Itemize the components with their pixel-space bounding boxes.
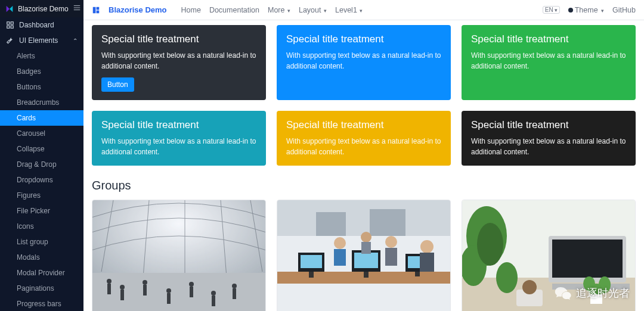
sidebar-item-label: Collapse (17, 145, 45, 153)
content-area[interactable]: Background Variants Special title treatm… (83, 20, 644, 311)
sidebar-item-icons[interactable]: Icons (0, 219, 83, 234)
sidebar-item-alerts[interactable]: Alerts (0, 48, 83, 64)
sidebar-item-cards[interactable]: Cards (0, 110, 83, 126)
language-code: EN (545, 7, 553, 13)
svg-rect-29 (233, 288, 236, 299)
sidebar-item-buttons[interactable]: Buttons (0, 79, 83, 95)
language-selector[interactable]: EN▾ (543, 6, 560, 14)
dashboard-icon (6, 21, 14, 29)
theme-selector[interactable]: Theme ▾ (568, 6, 604, 14)
svg-rect-17 (107, 284, 111, 294)
topbar-logo-icon (92, 6, 100, 14)
svg-rect-3 (7, 22, 10, 24)
sidebar-toggle-icon[interactable] (72, 4, 82, 14)
sidebar-item-label: Drag & Drop (17, 160, 57, 169)
svg-point-49 (420, 240, 434, 253)
sidebar-item-carousel[interactable]: Carousel (0, 126, 83, 141)
card-title: Special title treatment (286, 33, 441, 45)
topbar-link-documentation[interactable]: Documentation (209, 6, 259, 14)
svg-point-18 (107, 279, 112, 284)
chevron-up-icon: ⌃ (73, 38, 78, 44)
variant-card-primary: Special title treatmentWith supporting t… (277, 25, 451, 100)
sidebar-item-label: Icons (17, 222, 34, 231)
sidebar-item-ui-elements[interactable]: UI Elements ⌃ (0, 33, 83, 48)
svg-rect-25 (190, 287, 193, 297)
variant-card-black: Special title treatmentWith supporting t… (462, 111, 636, 166)
svg-rect-19 (120, 290, 124, 300)
svg-point-26 (189, 282, 194, 287)
svg-point-57 (496, 262, 518, 293)
svg-point-20 (120, 285, 125, 290)
svg-rect-9 (97, 10, 100, 13)
svg-point-45 (334, 237, 346, 249)
card-text: With supporting text below as a natural … (286, 50, 441, 71)
sidebar-item-paginations[interactable]: Paginations (0, 281, 83, 296)
topbar-brand[interactable]: Blazorise Demo (109, 5, 167, 14)
sidebar-item-label: Progress bars (17, 300, 61, 308)
card-text: With supporting text below as a natural … (471, 50, 626, 71)
card-text: With supporting text below as a natural … (101, 50, 256, 71)
sidebar: Blazorise Demo Dashboard UI Elements ⌃ A… (0, 0, 83, 311)
card-text: With supporting text below as a natural … (471, 136, 626, 157)
card-title: Special title treatment (471, 33, 626, 45)
main: Blazorise Demo HomeDocumentationMore ▾La… (83, 0, 644, 311)
sidebar-item-drag-drop[interactable]: Drag & Drop (0, 157, 83, 172)
topbar-link-layout[interactable]: Layout ▾ (299, 6, 327, 14)
sidebar-item-label: File Picker (17, 207, 50, 215)
card-title: Special title treatment (286, 119, 441, 131)
topbar-link-more[interactable]: More ▾ (268, 6, 290, 14)
svg-rect-41 (364, 272, 369, 278)
svg-point-58 (477, 223, 503, 266)
group-card[interactable] (277, 200, 451, 311)
variant-card-success: Special title treatmentWith supporting t… (462, 25, 636, 100)
logo-icon (5, 4, 14, 14)
svg-rect-5 (11, 26, 13, 28)
svg-rect-7 (93, 7, 96, 13)
sidebar-item-dashboard[interactable]: Dashboard (0, 17, 83, 33)
sidebar-item-progress-bars[interactable]: Progress bars (0, 296, 83, 311)
svg-rect-16 (92, 273, 265, 311)
topbar-link-level1[interactable]: Level1 ▾ (335, 6, 363, 14)
svg-rect-40 (354, 253, 378, 268)
svg-point-63 (522, 280, 537, 294)
sidebar-item-dropdowns[interactable]: Dropdowns (0, 172, 83, 188)
sidebar-item-file-picker[interactable]: File Picker (0, 203, 83, 219)
sidebar-item-breadcrumbs[interactable]: Breadcrumbs (0, 95, 83, 110)
sidebar-item-list-group[interactable]: List group (0, 234, 83, 250)
svg-rect-4 (11, 22, 13, 24)
sidebar-item-label: List group (17, 238, 48, 246)
svg-point-65 (599, 276, 611, 293)
group-card-image (462, 200, 635, 311)
group-card[interactable] (462, 200, 636, 311)
chevron-down-icon: ▾ (286, 8, 290, 14)
sidebar-item-modal-provider[interactable]: Modal Provider (0, 265, 83, 281)
sidebar-item-label: Buttons (17, 83, 41, 91)
sidebar-item-label: Badges (17, 67, 41, 76)
variant-card-dark: Special title treatmentWith supporting t… (92, 25, 266, 100)
svg-point-47 (385, 236, 397, 248)
chevron-down-icon: ▾ (323, 8, 327, 14)
sidebar-item-modals[interactable]: Modals (0, 250, 83, 265)
sidebar-item-label: Paginations (17, 284, 54, 293)
sidebar-item-figures[interactable]: Figures (0, 188, 83, 203)
svg-rect-27 (212, 296, 215, 306)
section-heading-groups: Groups (92, 179, 636, 192)
topbar-link-home[interactable]: Home (181, 6, 201, 14)
card-title: Special title treatment (101, 119, 256, 131)
sidebar-item-collapse[interactable]: Collapse (0, 141, 83, 157)
sidebar-item-badges[interactable]: Badges (0, 64, 83, 79)
github-link[interactable]: GitHub (612, 6, 636, 14)
svg-rect-34 (370, 209, 405, 236)
sidebar-item-label: Alerts (17, 52, 35, 60)
svg-point-24 (166, 288, 171, 293)
svg-rect-67 (590, 294, 602, 304)
sidebar-item-label: Modals (17, 253, 40, 262)
sidebar-item-label: Figures (17, 191, 41, 200)
card-button[interactable]: Button (101, 77, 134, 92)
card-title: Special title treatment (101, 33, 256, 45)
svg-point-66 (583, 276, 595, 291)
group-card[interactable] (92, 200, 266, 311)
svg-rect-46 (334, 249, 346, 266)
svg-rect-21 (143, 285, 147, 296)
group-card-row (92, 200, 636, 311)
